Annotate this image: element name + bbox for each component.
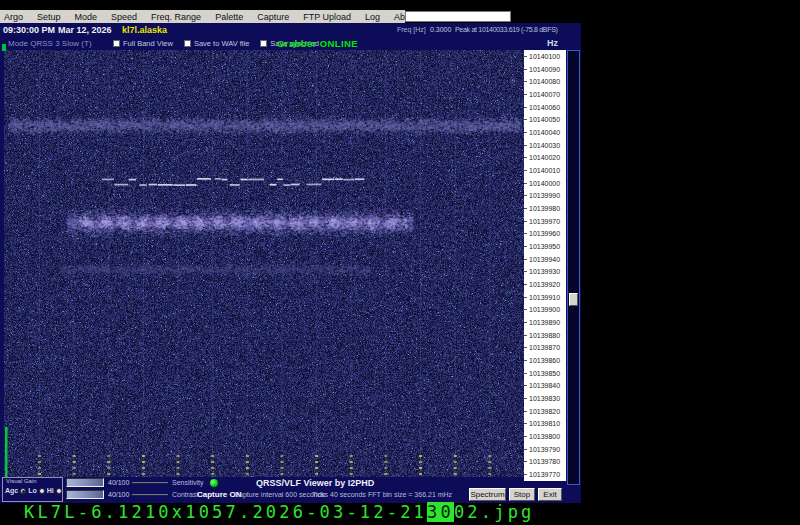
contrast-value: 40/100 [108,491,129,498]
freq-readout-value: 0.3000 [430,26,451,33]
spectrum-button[interactable]: Spectrum [469,488,506,501]
freq-readout-label: Freq [Hz] [397,26,426,33]
checkbox-full-band-view[interactable]: Full Band View [113,39,173,48]
grabber-status: Grabber ONLINE [277,38,358,49]
sensitivity-value: 40/100 [108,479,129,486]
stop-button[interactable]: Stop [509,488,535,501]
menu-item-capture[interactable]: Capture [253,12,293,22]
agc-radio[interactable] [20,488,26,494]
hi-radio[interactable] [56,488,62,494]
capture-filename: KL7L-6.1210x1057.2026-03-12-213002.jpg [24,502,535,522]
contrast-label: Contrast [172,491,198,498]
freq-label: 10139980 [524,202,566,215]
freq-label: 10139990 [524,189,566,202]
freq-label: 10139890 [524,316,566,329]
freq-label: 10139780 [524,456,566,469]
visual-gain-label: Visual Gain [6,478,37,484]
freq-label: 10139960 [524,227,566,240]
contrast-slider[interactable] [66,490,104,499]
filename-highlight: 30 [427,502,454,522]
menu-item-palette[interactable]: Palette [211,12,247,22]
freq-label: 10139910 [524,291,566,304]
agc-label: Agc [5,487,18,494]
contrast-groove[interactable] [132,494,168,496]
fft-bin-info: FFT bin size = 366.21 mHz [368,491,452,498]
freq-label: 10139820 [524,405,566,418]
menu-item-ftp-upload[interactable]: FTP Upload [299,12,355,22]
sensitivity-slider[interactable] [66,478,104,487]
menu-freq-entry[interactable] [405,11,511,22]
menu-item-freq-range[interactable]: Freq. Range [147,12,205,22]
status-row-top: 09:30:00 PM Mar 12, 2026 kl7l.alaska Fre… [0,23,581,36]
freq-label: 10140000 [524,177,566,190]
filename-pre: KL7L-6.1210x1057.2026-03-12-21 [24,502,427,522]
visual-gain-radios: Agc Lo Hi [5,487,62,494]
freq-label: 10139950 [524,240,566,253]
freq-label: 10140060 [524,101,566,114]
control-bar: Visual Gain Agc Lo Hi 40/100 Sensitivity… [0,477,581,503]
menu-item-setup[interactable]: Setup [33,12,65,22]
menu-item-speed[interactable]: Speed [107,12,141,22]
freq-label: 10139940 [524,253,566,266]
app-credit: QRSS/VLF Viewer by I2PHD [256,478,374,488]
freq-label: 10139830 [524,392,566,405]
freq-label: 10139870 [524,341,566,354]
lo-label: Lo [28,487,37,494]
station-id: kl7l.alaska [122,25,167,35]
freq-label: 10140080 [524,75,566,88]
spectrogram-canvas[interactable] [4,50,524,477]
freq-label: 10139900 [524,303,566,316]
filename-post: 02.jpg [454,502,535,522]
menu-bar-row: ArgoSetupModeSpeedFreq. RangePaletteCapt… [0,10,581,23]
freq-label: 10139970 [524,215,566,228]
ticks-info: Ticks 40 seconds [312,491,366,498]
clock-time: 09:30:00 PM [3,25,55,35]
checkbox-save-to-wav-file[interactable]: Save to WAV file [184,39,249,48]
mode-readout: Mode QRSS 3 Slow (T) [8,39,92,48]
freq-label: 10140050 [524,113,566,126]
freq-label: 10139790 [524,443,566,456]
menu-item-mode[interactable]: Mode [71,12,102,22]
lo-radio[interactable] [39,488,45,494]
checkbox-icon [260,40,267,47]
freq-label: 10140010 [524,164,566,177]
freq-label: 10139850 [524,367,566,380]
menu-item-log[interactable]: Log [361,12,384,22]
freq-label: 10139930 [524,265,566,278]
screen: ArgoSetupModeSpeedFreq. RangePaletteCapt… [0,0,800,525]
hi-label: Hi [47,487,54,494]
status-row-options: Mode QRSS 3 Slow (T) Full Band ViewSave … [0,36,581,50]
menu-bar: ArgoSetupModeSpeedFreq. RangePaletteCapt… [0,10,405,23]
menu-item-argo[interactable]: Argo [0,12,27,22]
freq-label: 10140090 [524,63,566,76]
freq-label: 10140020 [524,151,566,164]
freq-label: 10139840 [524,379,566,392]
argo-window: ArgoSetupModeSpeedFreq. RangePaletteCapt… [0,10,581,503]
visual-gain-group: Visual Gain Agc Lo Hi [2,477,63,502]
frequency-scrollbar[interactable] [567,50,580,485]
sensitivity-groove[interactable] [132,482,168,484]
peak-readout: Peak at 10140033.619 (-75.8 dBFS) [455,26,558,33]
scrollbar-thumb[interactable] [569,293,578,306]
green-indicator-dot [2,44,6,51]
freq-label: 10140070 [524,88,566,101]
freq-label: 10140030 [524,139,566,152]
checkbox-label: Save to WAV file [194,39,249,48]
freq-label: 10139920 [524,278,566,291]
freq-label: 10139800 [524,430,566,443]
exit-button[interactable]: Exit [538,488,562,501]
freq-label: 10139770 [524,468,566,481]
frequency-scale: 1014010010140090101400801014007010140060… [524,50,566,481]
freq-label: 10139810 [524,417,566,430]
freq-label: 10140040 [524,126,566,139]
sensitivity-label: Sensitivity [172,479,204,486]
freq-label: 10139880 [524,329,566,342]
clock-date: Mar 12, 2026 [58,25,112,35]
checkbox-icon [184,40,191,47]
freq-label: 10139860 [524,354,566,367]
hz-axis-label: Hz [547,38,558,48]
capture-led-icon [210,479,218,487]
checkbox-icon [113,40,120,47]
checkbox-label: Full Band View [123,39,173,48]
freq-label: 10140100 [524,50,566,63]
